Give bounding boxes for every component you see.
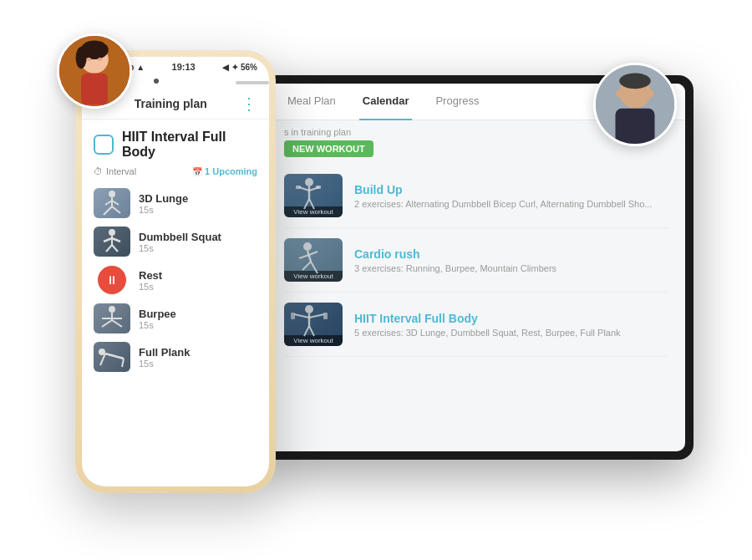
workout-card-cardio: View workout Cardio rush 3 exercises: Ru… xyxy=(284,228,668,293)
svg-line-9 xyxy=(104,206,112,215)
exercise-info: Dumbbell Squat 15s xyxy=(139,231,257,253)
workout-card-title-3[interactable]: HIIT Interval Full Body xyxy=(354,312,668,325)
workout-card-info-3: HIIT Interval Full Body 5 exercises: 3D … xyxy=(354,312,668,338)
svg-point-19 xyxy=(109,306,115,313)
svg-rect-56 xyxy=(616,109,655,144)
svg-point-58 xyxy=(648,89,654,97)
svg-point-45 xyxy=(305,305,313,313)
exercise-list: 3D Lunge 15s xyxy=(94,188,257,372)
phone-screen: ●●●●● Fido ▲ 19:13 ◀ ✦ 56% × Training xyxy=(82,57,269,486)
svg-point-57 xyxy=(616,89,622,97)
battery-label: 56% xyxy=(241,63,257,72)
svg-line-26 xyxy=(100,354,105,365)
workout-card-buildup: View workout Build Up 2 exercises: Alter… xyxy=(284,164,668,228)
exercise-thumbnail-squat xyxy=(94,227,130,257)
list-item: Burpee 15s xyxy=(94,303,257,333)
workout-card-info-2: Cardio rush 3 exercises: Running, Burpee… xyxy=(354,247,668,273)
nav-item-calendar[interactable]: Calendar xyxy=(359,84,413,120)
svg-point-55 xyxy=(619,73,651,89)
new-workout-button[interactable]: NEW WORKOUT xyxy=(284,140,373,157)
workout-thumb-cardio: View workout xyxy=(284,238,343,282)
scene: ●●●●● Fido ▲ 19:13 ◀ ✦ 56% × Training xyxy=(0,0,752,560)
workout-thumb-buildup: View workout xyxy=(284,174,343,217)
svg-line-18 xyxy=(112,238,120,242)
svg-line-21 xyxy=(102,320,112,327)
svg-line-22 xyxy=(112,320,122,327)
exercise-thumbnail-rest: ⏸ xyxy=(94,265,130,295)
workout-card-info-1: Build Up 2 exercises: Alternating Dumbbe… xyxy=(354,183,668,209)
svg-rect-28 xyxy=(284,174,343,217)
exercise-info: Burpee 15s xyxy=(139,308,257,330)
svg-point-3 xyxy=(76,47,87,69)
exercise-info: Full Plank 15s xyxy=(139,346,257,369)
svg-rect-4 xyxy=(81,74,108,104)
interval-icon: ⏱ xyxy=(94,166,103,176)
upcoming-count: 1 Upcoming xyxy=(205,166,257,176)
rest-icon: ⏸ xyxy=(106,273,118,287)
exercise-name: Full Plank xyxy=(139,346,257,359)
exercise-duration: 15s xyxy=(139,359,257,369)
exercise-duration: 15s xyxy=(139,205,257,215)
exercise-info: 3D Lunge 15s xyxy=(139,192,257,215)
svg-point-5 xyxy=(87,58,91,62)
workout-title: HIIT Interval Full Body xyxy=(122,130,257,160)
exercise-duration: 15s xyxy=(139,243,257,253)
exercise-name: Rest xyxy=(139,269,257,282)
workout-card-desc-1: 2 exercises: Alternating Dumbbell Bicep … xyxy=(354,199,668,209)
time-label: 19:13 xyxy=(172,62,196,72)
exercise-duration: 15s xyxy=(139,320,257,330)
workout-thumb-hiit: View workout xyxy=(284,303,343,346)
interval-label: Interval xyxy=(106,166,136,176)
workout-card-title-1[interactable]: Build Up xyxy=(354,183,668,196)
svg-line-12 xyxy=(112,201,119,205)
list-item: Dumbbell Squat 15s xyxy=(94,227,257,257)
svg-line-17 xyxy=(104,238,112,242)
exercise-thumbnail-lunge xyxy=(94,188,130,218)
workout-card-title-2[interactable]: Cardio rush xyxy=(354,247,668,261)
workout-type: ⏱ Interval xyxy=(94,166,136,176)
phone-content: HIIT Interval Full Body ⏱ Interval 📅 1 U… xyxy=(82,120,269,382)
list-item: 3D Lunge 15s xyxy=(94,188,257,218)
bluetooth-icon: ✦ xyxy=(231,63,238,72)
phone-header-title: Training plan xyxy=(135,97,207,110)
svg-point-7 xyxy=(109,191,115,197)
location-icon: ◀ xyxy=(222,63,229,72)
exercise-name: Burpee xyxy=(139,308,257,320)
list-item: Full Plank 15s xyxy=(94,342,257,372)
workout-cards: View workout Build Up 2 exercises: Alter… xyxy=(267,164,685,357)
nav-item-progress[interactable]: Progress xyxy=(432,84,482,120)
svg-line-10 xyxy=(112,206,120,213)
svg-point-29 xyxy=(305,178,313,186)
svg-line-25 xyxy=(105,354,124,359)
svg-point-6 xyxy=(98,58,102,62)
avatar-male xyxy=(593,63,677,146)
svg-line-11 xyxy=(105,201,112,205)
upcoming-label: 📅 1 Upcoming xyxy=(192,166,257,176)
nav-item-meal-plan[interactable]: Meal Plan xyxy=(284,84,339,120)
phone-device: ●●●●● Fido ▲ 19:13 ◀ ✦ 56% × Training xyxy=(75,50,276,493)
workout-checkbox[interactable] xyxy=(94,135,114,155)
workout-title-row: HIIT Interval Full Body xyxy=(94,130,257,160)
phone-camera xyxy=(154,79,159,84)
workout-card-desc-2: 3 exercises: Running, Burpee, Mountain C… xyxy=(354,263,668,273)
calendar-icon: 📅 xyxy=(192,167,202,176)
svg-rect-35 xyxy=(296,186,301,189)
svg-rect-44 xyxy=(284,303,343,346)
workout-card-hiit: View workout HIIT Interval Full Body 5 e… xyxy=(284,293,668,357)
svg-point-38 xyxy=(303,242,312,251)
exercise-duration: 15s xyxy=(139,282,257,292)
workout-meta: ⏱ Interval 📅 1 Upcoming xyxy=(94,166,257,176)
exercise-thumbnail-burpee xyxy=(94,303,130,333)
exercise-info: Rest 15s xyxy=(139,269,257,292)
svg-rect-37 xyxy=(284,238,343,282)
svg-rect-36 xyxy=(316,186,321,189)
wifi-icon: ▲ xyxy=(136,63,145,72)
svg-rect-51 xyxy=(291,313,295,319)
svg-line-15 xyxy=(106,245,112,252)
exercise-name: 3D Lunge xyxy=(139,192,257,205)
list-item: ⏸ Rest 15s xyxy=(94,265,257,295)
svg-point-13 xyxy=(109,229,115,236)
phone-speaker xyxy=(236,81,269,84)
svg-line-27 xyxy=(122,359,124,367)
more-options-icon[interactable]: ⋮ xyxy=(241,94,259,114)
